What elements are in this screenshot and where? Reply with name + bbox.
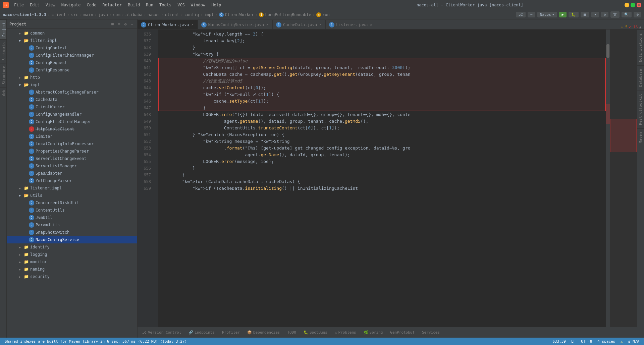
minimize-panel-btn[interactable]: − [129,21,135,27]
menu-navigate[interactable]: Navigate [59,2,84,8]
tab-close-nacosconfigservice[interactable]: × [266,22,269,27]
menu-window[interactable]: Window [188,2,208,8]
tree-item-jvmutil[interactable]: ▶ C JvmUtil [7,214,137,221]
tree-item-abstractparser[interactable]: ▶ C AbstractConfigChangeParser [7,89,137,96]
bottom-tab-profiler[interactable]: Profiler [219,329,243,336]
menu-build[interactable]: Build [125,2,143,8]
settings-button[interactable]: ⚙ [601,12,609,17]
tree-item-confighttpclient[interactable]: ▶ C ConfigHttpClientManager [7,118,137,125]
tree-item-concurrentdisk[interactable]: ▶ C ConcurrentDiskUtil [7,199,137,207]
right-tab-restful[interactable]: RestfulToolkit [637,90,644,128]
tab-clientworker[interactable]: C ClientWorker.java × [138,20,198,29]
tree-item-nacosconfigservice[interactable]: ▶ C NacosConfigService [7,236,137,243]
tab-nacosconfigservice[interactable]: C NacosConfigService.java × [198,20,273,29]
tree-item-localconfig[interactable]: ▶ C LocalConfigInfoProcessor [7,140,137,148]
tree-item-limiter[interactable]: ▶ C Limiter [7,133,137,140]
bottom-tab-todo[interactable]: TODO [284,329,300,336]
maximize-button[interactable]: □ [631,3,635,7]
vertical-scrollbar[interactable] [606,30,610,327]
tree-item-propertiesparser[interactable]: ▶ C PropertiesChangeParser [7,148,137,155]
menu-vcs[interactable]: VCS [175,2,187,8]
tab-close-cachedata[interactable]: × [319,22,322,27]
bc-nacos[interactable]: nacos [148,12,160,17]
menu-refactor[interactable]: Refactor [100,2,124,8]
menu-file[interactable]: File [11,2,26,8]
scrollbar-thumb[interactable] [606,44,609,58]
tree-item-configrequest[interactable]: ▶ C ConfigRequest [7,59,137,66]
git-button[interactable]: ⎇ [516,12,526,17]
settings-panel-btn[interactable]: ⚙ [123,21,128,27]
bottom-tab-spring[interactable]: 🌿 Spring [360,329,386,336]
bc-main[interactable]: main [84,12,93,17]
status-position[interactable]: 633:39 [550,339,568,344]
expand-all-btn[interactable]: ⊞ [110,21,115,27]
bc-clientworker[interactable]: ClientWorker [225,12,254,17]
bc-config[interactable]: config [184,12,199,17]
tree-item-http[interactable]: ▶ 📁 http [7,74,137,81]
tree-item-logging[interactable]: ▶ 📁 logging [7,251,137,258]
bottom-tab-dependencies[interactable]: 📦 Dependencies [244,329,283,336]
bottom-tab-versioncontrol[interactable]: ⎇ Version Control [139,329,184,336]
tree-item-serverlistmgr[interactable]: ▶ C ServerListManager [7,162,137,170]
bc-client2[interactable]: client [165,12,179,17]
tree-item-clientworker[interactable]: ▶ C ClientWorker [7,103,137,111]
sidebar-structure-tab[interactable]: Structure [0,63,6,87]
tree-item-configfilter[interactable]: ▶ C ConfigFilterChainManager [7,52,137,59]
more-run-button[interactable]: ▾ [591,12,599,17]
menu-edit[interactable]: Edit [27,2,42,8]
bottom-tab-genprotobuf[interactable]: GenProtobuf [387,329,418,336]
sidebar-bookmarks-tab[interactable]: Bookmarks [0,39,6,63]
bottom-tab-problems[interactable]: ⚠ Problems [331,329,360,336]
bc-impl[interactable]: impl [204,12,214,17]
tree-item-paramutils[interactable]: ▶ C ParamUtils [7,221,137,229]
tree-item-listener-impl[interactable]: ▶ 📁 listener.impl [7,184,137,192]
tree-item-utils[interactable]: ▼ 📂 utils [7,192,137,199]
bc-client[interactable]: client [51,12,66,17]
collapse-all-btn[interactable]: ≡ [116,21,121,27]
bc-com[interactable]: com [113,12,120,17]
tree-item-impl[interactable]: ▼ 📂 impl [7,81,137,89]
bc-alibaba[interactable]: alibaba [125,12,143,17]
menu-view[interactable]: View [43,2,58,8]
translate-button[interactable]: 文 [610,11,620,18]
debug-button[interactable]: 🐛 [569,12,579,17]
tree-item-identify[interactable]: ▶ 📁 identify [7,243,137,251]
tree-item-naming[interactable]: ▶ 📁 naming [7,266,137,273]
ide-settings[interactable]: ⚙ [634,12,641,17]
code-content[interactable]: "kw">if (key.length == 3) { tenant = key… [158,30,606,327]
tree-item-common[interactable]: ▶ 📁 common [7,30,137,37]
bottom-tab-endpoints[interactable]: 🔗 Endpoints [185,329,218,336]
tree-item-monitor[interactable]: ▶ 📁 monitor [7,258,137,266]
tree-item-ymlparser[interactable]: ▶ C YmlChangeParser [7,177,137,184]
expand-errors-btn[interactable]: ▲ [639,25,641,29]
bottom-tab-services[interactable]: Services [419,329,443,336]
close-button[interactable]: × [637,3,641,7]
tab-close-listener[interactable]: × [369,22,373,27]
bc-run[interactable]: run [322,12,330,17]
sidebar-project-tab[interactable]: Project [0,19,6,39]
tab-listener[interactable]: C Listener.java × [326,20,376,29]
bottom-tab-spotbugs[interactable]: 🐛 SpotBugs [300,329,331,336]
bc-runnable[interactable]: LongPollingRunnable [265,12,311,17]
back-button[interactable]: ← [528,12,535,17]
tab-cachedata[interactable]: C CacheData.java × [273,20,326,29]
status-encoding[interactable]: UTF-8 [579,339,594,344]
status-lineending[interactable]: LF [569,339,578,344]
sidebar-web-tab[interactable]: Web [0,87,6,99]
tree-item-security[interactable]: ▶ 📁 security [7,273,137,280]
tree-item-httpsimpleclient[interactable]: ▶ C HttpSimpleClient [7,125,137,133]
tree-item-configchangehandler[interactable]: ▶ C ConfigChangeHandler [7,111,137,118]
tree-item-serverlistevent[interactable]: ▶ C ServerlistChangeEvent [7,155,137,162]
right-tab-notifications[interactable]: Notifications [637,30,644,65]
tree-item-spasadapter[interactable]: ▶ C SpasAdapter [7,170,137,177]
tree-item-configcontext[interactable]: ▶ C ConfigContext [7,44,137,52]
status-indentation[interactable]: 4 spaces [595,339,617,344]
bc-src[interactable]: src [71,12,78,17]
tree-item-snapshotswitch[interactable]: ▶ C SnapShotSwitch [7,229,137,236]
tree-item-filter-impl[interactable]: ▼ 📂 filter.impl [7,37,137,44]
menu-tools[interactable]: Tools [157,2,174,8]
run-button[interactable]: ▶ [559,12,567,17]
tab-close-clientworker[interactable]: × [191,22,194,27]
menu-code[interactable]: Code [84,2,99,8]
tree-item-configresponse[interactable]: ▶ C ConfigResponse [7,66,137,74]
